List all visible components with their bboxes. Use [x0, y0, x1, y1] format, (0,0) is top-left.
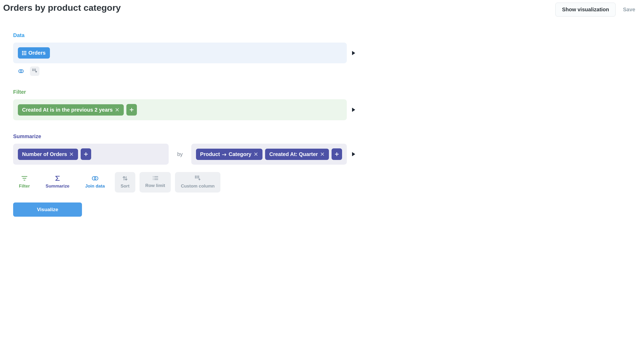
remove-group-icon[interactable]: [254, 152, 258, 156]
table-icon: [22, 51, 26, 55]
tool-join-data[interactable]: Join data: [79, 172, 111, 193]
remove-group-icon[interactable]: [320, 152, 325, 156]
remove-filter-icon[interactable]: [115, 108, 120, 112]
show-visualization-button[interactable]: Show visualization: [555, 3, 616, 17]
svg-rect-18: [36, 71, 37, 73]
tool-summarize[interactable]: Summarize: [40, 172, 75, 193]
custom-column-icon: [195, 176, 201, 181]
svg-point-45: [153, 179, 153, 180]
filter-panel: Created At is in the previous 2 years: [13, 99, 347, 120]
tool-custom-column-label: Custom column: [181, 184, 214, 189]
tool-sort-label: Sort: [121, 184, 130, 189]
svg-rect-15: [34, 70, 34, 71]
add-metric-button[interactable]: [81, 148, 91, 160]
tool-join-label: Join data: [85, 184, 105, 189]
sigma-icon: [55, 176, 60, 181]
group-chip-product-category[interactable]: Product Category: [196, 149, 262, 160]
group-chip-created-at-quarter[interactable]: Created At: Quarter: [265, 149, 329, 160]
group-chip-label: Created At: Quarter: [269, 151, 318, 157]
svg-rect-11: [32, 69, 33, 70]
list-icon: [152, 176, 158, 180]
data-table-chip[interactable]: Orders: [18, 47, 50, 59]
join-data-icon-button[interactable]: [16, 66, 26, 76]
svg-rect-14: [32, 70, 33, 71]
tool-row-limit[interactable]: Row limit: [140, 172, 171, 193]
svg-rect-4: [24, 53, 25, 54]
tool-sort[interactable]: Sort: [115, 172, 135, 193]
metric-chip[interactable]: Number of Orders: [18, 149, 78, 160]
svg-rect-2: [25, 51, 26, 52]
tool-filter[interactable]: Filter: [13, 172, 36, 193]
svg-rect-50: [195, 177, 196, 178]
svg-rect-51: [197, 177, 198, 178]
expand-filter-caret[interactable]: [352, 108, 355, 112]
svg-rect-0: [22, 51, 23, 52]
svg-rect-8: [25, 54, 26, 55]
join-icon: [92, 176, 98, 181]
svg-rect-3: [22, 53, 23, 54]
tool-custom-column[interactable]: Custom column: [175, 172, 220, 193]
section-label-data: Data: [13, 32, 355, 38]
svg-rect-7: [24, 54, 25, 55]
svg-rect-6: [22, 54, 23, 55]
section-label-filter: Filter: [13, 89, 355, 95]
svg-rect-54: [199, 178, 200, 180]
svg-point-41: [153, 176, 153, 177]
summarize-metrics-panel: Number of Orders: [13, 144, 169, 165]
add-custom-column-icon-button[interactable]: [30, 66, 39, 76]
svg-rect-48: [197, 176, 198, 177]
svg-rect-52: [198, 177, 199, 178]
svg-rect-49: [198, 176, 199, 177]
svg-rect-13: [35, 69, 36, 70]
filter-chip-label: Created At is in the previous 2 years: [22, 107, 113, 113]
section-label-summarize: Summarize: [13, 133, 355, 139]
svg-rect-47: [195, 176, 196, 177]
summarize-groups-panel: Product Category Created At: Quarter: [191, 144, 347, 165]
svg-rect-1: [24, 51, 25, 52]
data-panel: Orders: [13, 43, 347, 63]
group-chip-label: Product Category: [200, 151, 251, 157]
svg-rect-16: [35, 70, 36, 71]
svg-rect-5: [25, 53, 26, 54]
remove-metric-icon[interactable]: [69, 152, 74, 156]
data-table-name: Orders: [28, 50, 46, 56]
add-group-button[interactable]: [332, 148, 342, 160]
save-button[interactable]: Save: [623, 7, 635, 13]
expand-summarize-caret[interactable]: [352, 152, 355, 156]
svg-rect-12: [34, 69, 34, 70]
filter-chip[interactable]: Created At is in the previous 2 years: [18, 104, 124, 116]
summarize-by-label: by: [174, 151, 186, 157]
expand-data-caret[interactable]: [352, 51, 355, 55]
page-title: Orders by product category: [3, 3, 121, 13]
filter-icon: [22, 176, 27, 181]
tool-row-limit-label: Row limit: [145, 183, 165, 188]
query-toolbar: Filter Summarize Join data Sort: [13, 172, 355, 193]
add-filter-button[interactable]: [126, 104, 137, 116]
metric-chip-label: Number of Orders: [22, 151, 67, 157]
svg-point-43: [153, 178, 153, 179]
tool-filter-label: Filter: [19, 184, 30, 189]
visualize-button[interactable]: Visualize: [13, 202, 82, 217]
tool-summarize-label: Summarize: [46, 184, 70, 189]
sort-icon: [122, 176, 128, 181]
